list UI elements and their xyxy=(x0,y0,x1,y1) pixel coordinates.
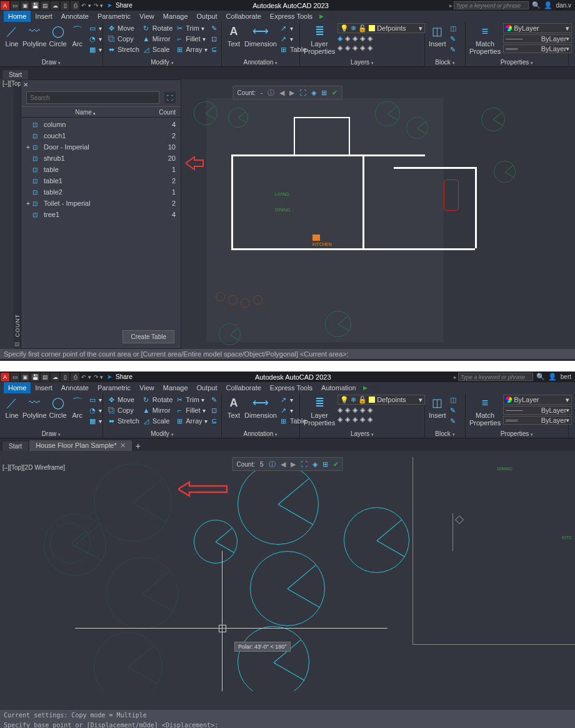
count-row[interactable]: ⊡tree14 xyxy=(21,209,181,220)
count-row[interactable]: +⊡Door - Imperial10 xyxy=(21,141,181,153)
menu-min-icon[interactable] xyxy=(328,12,336,21)
table-icon[interactable]: ⊞ xyxy=(321,89,327,97)
menu-insert[interactable]: Insert xyxy=(31,382,57,393)
zoom-extents-icon[interactable]: ⛶ xyxy=(299,89,306,96)
confirm-icon[interactable]: ✔ xyxy=(333,460,339,468)
saveas-icon[interactable]: ▤ xyxy=(41,1,49,10)
tab-start[interactable]: Start xyxy=(2,442,28,451)
col-count[interactable]: Count xyxy=(144,109,176,116)
tool-region[interactable]: ▩▾ xyxy=(88,44,102,54)
tool-copy[interactable]: ⿻Copy xyxy=(107,34,139,44)
linetype-dropdown[interactable]: ——— ByLayer ▾ xyxy=(503,34,572,43)
count-row[interactable]: ⊡table1 xyxy=(21,164,181,175)
menu-annotate[interactable]: Annotate xyxy=(57,11,93,22)
tool-trim[interactable]: ✂Trim▾ xyxy=(175,23,207,33)
user-icon[interactable]: 👤 xyxy=(548,373,557,381)
tool-dimension[interactable]: ⟷Dimension xyxy=(244,23,277,48)
layer-ic9[interactable]: ◈ xyxy=(360,44,365,52)
open-icon[interactable]: ▣ xyxy=(21,1,29,10)
share-icon[interactable]: ➤ xyxy=(107,2,112,9)
keyword-search[interactable]: Type a keyword or phrase xyxy=(458,373,533,381)
mobile-icon[interactable]: ▯ xyxy=(61,373,69,382)
tool-erase[interactable]: ✎ xyxy=(210,23,219,33)
print-icon[interactable]: ⎙ xyxy=(71,1,79,10)
count-row[interactable]: +⊡Toilet - Imperial2 xyxy=(21,198,181,209)
user-name[interactable]: bert xyxy=(561,373,571,380)
info-icon[interactable]: ⓘ xyxy=(269,460,276,469)
tab-start[interactable]: Start xyxy=(2,70,28,79)
count-row[interactable]: ⊡table12 xyxy=(21,175,181,186)
menu-view[interactable]: View xyxy=(135,382,159,393)
menu-collaborate[interactable]: Collaborate xyxy=(222,11,266,22)
count-row[interactable]: ⊡shrub120 xyxy=(21,153,181,164)
command-area[interactable]: Current settings: Copy mode = Multiple S… xyxy=(0,710,575,728)
next-icon[interactable]: ▶ xyxy=(289,89,294,97)
web-icon[interactable]: ☁ xyxy=(51,1,59,10)
drawing-canvas[interactable]: COUNT▤ ✕ ⛶ Name Count ⊡column4⊡couch12+⊡… xyxy=(0,79,575,349)
tool-match[interactable]: ≡Match Properties xyxy=(469,23,501,55)
create-table-button[interactable]: Create Table xyxy=(122,330,174,343)
tool-mirror[interactable]: ▲Mirror xyxy=(142,34,172,44)
close-icon[interactable]: ✕ xyxy=(23,81,28,88)
count-search[interactable] xyxy=(26,91,159,104)
menu-parametric[interactable]: Parametric xyxy=(93,11,135,22)
tool-line[interactable]: ／Line xyxy=(4,395,20,419)
share-button[interactable]: Share xyxy=(116,373,132,380)
block-ic3[interactable]: ✎ xyxy=(449,44,458,54)
mobile-icon[interactable]: ▯ xyxy=(61,1,69,10)
count-sidebar[interactable]: COUNT▤ xyxy=(14,79,21,349)
undo-icon[interactable]: ↶ ▾ xyxy=(81,374,91,380)
tool-move[interactable]: ✥Move xyxy=(107,23,139,33)
panel-label-block[interactable]: Block xyxy=(429,58,461,66)
prev-icon[interactable]: ◀ xyxy=(281,460,286,468)
menu-home[interactable]: Home xyxy=(4,382,31,393)
zoom-extents-icon[interactable]: ⛶ xyxy=(301,460,308,468)
close-tab-icon[interactable]: ✕ xyxy=(120,442,126,449)
menu-annotate[interactable]: Annotate xyxy=(57,382,93,393)
menu-output[interactable]: Output xyxy=(192,11,222,22)
count-row[interactable]: ⊡table21 xyxy=(21,186,181,198)
search-icon[interactable]: 🔍 xyxy=(536,373,545,381)
color-dropdown[interactable]: ByLayer▾ xyxy=(503,23,572,33)
menu-manage[interactable]: Manage xyxy=(159,382,192,393)
tool-line[interactable]: ／Line xyxy=(4,23,20,48)
panel-label-modify[interactable]: Modify xyxy=(107,58,218,66)
block-ic1[interactable]: ◫ xyxy=(449,23,458,33)
count-row[interactable]: ⊡column4 xyxy=(21,119,181,130)
tool-array[interactable]: ⊞Array▾ xyxy=(175,44,207,54)
select-area-icon[interactable]: ⛶ xyxy=(164,92,176,103)
redo-icon[interactable]: ↷ ▾ xyxy=(94,3,104,9)
menu-automation[interactable]: Automation xyxy=(317,382,361,393)
tool-circle[interactable]: ◯Circle xyxy=(49,23,67,48)
menu-expresstools[interactable]: Express Tools xyxy=(266,11,317,22)
user-icon[interactable]: 👤 xyxy=(544,1,552,9)
layer-ic7[interactable]: ◈ xyxy=(345,44,350,52)
menu-parametric[interactable]: Parametric xyxy=(93,382,135,393)
command-line[interactable]: Specify first corner point of the count … xyxy=(0,349,575,359)
col-name[interactable]: Name xyxy=(26,109,144,116)
menu-manage[interactable]: Manage xyxy=(159,11,192,22)
play-icon[interactable]: ▶ xyxy=(363,385,368,391)
panel-label-annotation[interactable]: Annotation xyxy=(226,58,296,66)
lineweight-dropdown[interactable]: ═══ ByLayer ▾ xyxy=(503,44,572,53)
table-icon[interactable]: ⊞ xyxy=(322,460,328,468)
new-icon[interactable]: ▭ xyxy=(11,373,19,382)
menu-min-icon[interactable] xyxy=(371,383,380,392)
tab-file[interactable]: House Floor Plan Sample*✕ xyxy=(29,440,132,451)
save-icon[interactable]: 💾 xyxy=(31,1,39,10)
tool-polyline[interactable]: 〰Polyline xyxy=(22,395,47,419)
tool-explode[interactable]: ⊡ xyxy=(210,34,219,44)
user-name[interactable]: dan.v xyxy=(556,2,571,9)
new-icon[interactable]: ▭ xyxy=(11,1,19,10)
panel-label-layers[interactable]: Layers xyxy=(304,58,421,66)
highlight-icon[interactable]: ◈ xyxy=(312,460,318,468)
layer-ic5[interactable]: ◈ xyxy=(368,34,372,43)
tool-insert[interactable]: ◫Insert xyxy=(429,23,446,48)
save-icon[interactable]: 💾 xyxy=(31,373,39,382)
tool-rotate[interactable]: ↻Rotate xyxy=(142,23,172,33)
layer-ic4[interactable]: ◈ xyxy=(360,34,365,43)
info-icon[interactable]: ⓘ xyxy=(268,88,274,98)
undo-icon[interactable]: ↶ ▾ xyxy=(81,3,91,9)
tool-offset[interactable]: ⊆ xyxy=(210,44,219,54)
menu-view[interactable]: View xyxy=(135,11,159,22)
